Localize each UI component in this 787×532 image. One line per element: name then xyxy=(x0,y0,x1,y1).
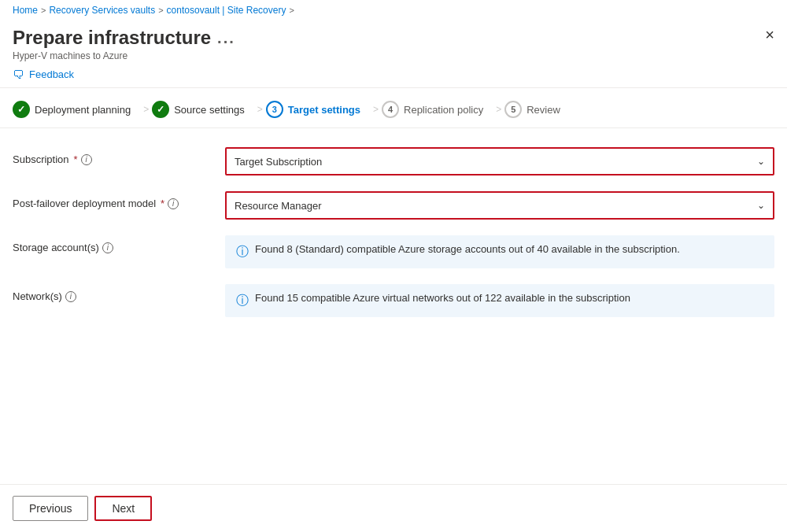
subscription-value: Target Subscription xyxy=(235,156,322,168)
storage-accounts-row: Storage account(s) i ⓘ Found 8 (Standard… xyxy=(13,235,774,268)
breadcrumb-contosovault[interactable]: contosovault | Site Recovery xyxy=(167,5,286,16)
step-5-label: Review xyxy=(527,104,560,116)
deployment-model-row: Post-failover deployment model * i Resou… xyxy=(13,191,774,220)
subscription-required: * xyxy=(74,153,78,165)
storage-accounts-info-box: ⓘ Found 8 (Standard) compatible Azure st… xyxy=(225,235,774,268)
deployment-model-control: Resource Manager ⌄ xyxy=(225,191,774,220)
storage-accounts-info-icon[interactable]: i xyxy=(102,242,113,253)
deployment-model-info-icon[interactable]: i xyxy=(168,198,179,209)
form-area: Subscription * i Target Subscription ⌄ P… xyxy=(0,141,787,339)
deployment-model-label: Post-failover deployment model * i xyxy=(13,191,225,209)
networks-control: ⓘ Found 15 compatible Azure virtual netw… xyxy=(225,284,774,317)
breadcrumb: Home > Recovery Services vaults > contos… xyxy=(0,0,787,20)
subscription-info-icon[interactable]: i xyxy=(81,154,92,165)
networks-row: Network(s) i ⓘ Found 15 compatible Azure… xyxy=(13,284,774,317)
step-5-circle: 5 xyxy=(504,101,522,118)
more-options-button[interactable]: ... xyxy=(217,29,235,47)
breadcrumb-sep-1: > xyxy=(41,6,46,15)
step-sep-2: > xyxy=(254,104,266,115)
deployment-model-dropdown[interactable]: Resource Manager ⌄ xyxy=(225,191,774,220)
step-4-label: Replication policy xyxy=(404,104,483,116)
subscription-row: Subscription * i Target Subscription ⌄ xyxy=(13,147,774,175)
step-sep-3: > xyxy=(370,104,382,115)
page-title-text: Prepare infrastructure xyxy=(13,27,211,49)
step-4-circle: 4 xyxy=(382,101,399,118)
previous-button[interactable]: Previous xyxy=(13,496,88,521)
step-review[interactable]: 5 Review xyxy=(504,101,570,118)
page-title: Prepare infrastructure ... xyxy=(13,27,774,49)
step-sep-4: > xyxy=(493,104,504,115)
steps-navigation: Deployment planning > Source settings > … xyxy=(0,88,787,128)
networks-info-icon[interactable]: i xyxy=(65,291,76,302)
networks-info-text: Found 15 compatible Azure virtual networ… xyxy=(255,292,630,304)
step-1-circle xyxy=(13,101,30,118)
step-target-settings[interactable]: 3 Target settings xyxy=(266,101,370,118)
storage-info-icon: ⓘ xyxy=(236,244,249,260)
step-1-label: Deployment planning xyxy=(35,104,131,116)
breadcrumb-sep-2: > xyxy=(158,6,163,15)
storage-accounts-control: ⓘ Found 8 (Standard) compatible Azure st… xyxy=(225,235,774,268)
deployment-model-required: * xyxy=(161,198,164,209)
networks-info-icon-symbol: ⓘ xyxy=(236,293,249,309)
subscription-label: Subscription * i xyxy=(13,147,225,165)
step-sep-1: > xyxy=(140,104,152,115)
step-2-circle xyxy=(152,101,169,118)
page-header: Prepare infrastructure ... Hyper-V machi… xyxy=(0,20,787,61)
step-deployment-planning[interactable]: Deployment planning xyxy=(13,101,140,118)
feedback-icon: 🗨 xyxy=(13,68,24,81)
feedback-bar[interactable]: 🗨 Feedback xyxy=(0,61,787,88)
feedback-label: Feedback xyxy=(29,68,74,80)
storage-accounts-info-text: Found 8 (Standard) compatible Azure stor… xyxy=(255,243,680,255)
networks-info-box: ⓘ Found 15 compatible Azure virtual netw… xyxy=(225,284,774,317)
subscription-dropdown-arrow: ⌄ xyxy=(757,156,765,167)
page-subtitle: Hyper-V machines to Azure xyxy=(13,50,774,61)
close-button[interactable]: × xyxy=(765,27,774,42)
step-source-settings[interactable]: Source settings xyxy=(152,101,254,118)
breadcrumb-sep-3: > xyxy=(289,6,294,15)
breadcrumb-recovery-vaults[interactable]: Recovery Services vaults xyxy=(49,5,155,16)
step-3-circle: 3 xyxy=(266,101,283,118)
step-replication-policy[interactable]: 4 Replication policy xyxy=(382,101,493,118)
breadcrumb-home[interactable]: Home xyxy=(13,5,38,16)
next-button[interactable]: Next xyxy=(94,496,152,521)
networks-label: Network(s) i xyxy=(13,284,225,302)
deployment-model-value: Resource Manager xyxy=(235,200,322,212)
step-2-label: Source settings xyxy=(174,104,245,116)
step-3-label: Target settings xyxy=(288,104,360,116)
storage-accounts-label: Storage account(s) i xyxy=(13,235,225,253)
deployment-model-dropdown-arrow: ⌄ xyxy=(757,200,765,211)
footer: Previous Next xyxy=(0,484,787,532)
subscription-control: Target Subscription ⌄ xyxy=(225,147,774,175)
subscription-dropdown[interactable]: Target Subscription ⌄ xyxy=(225,147,774,175)
